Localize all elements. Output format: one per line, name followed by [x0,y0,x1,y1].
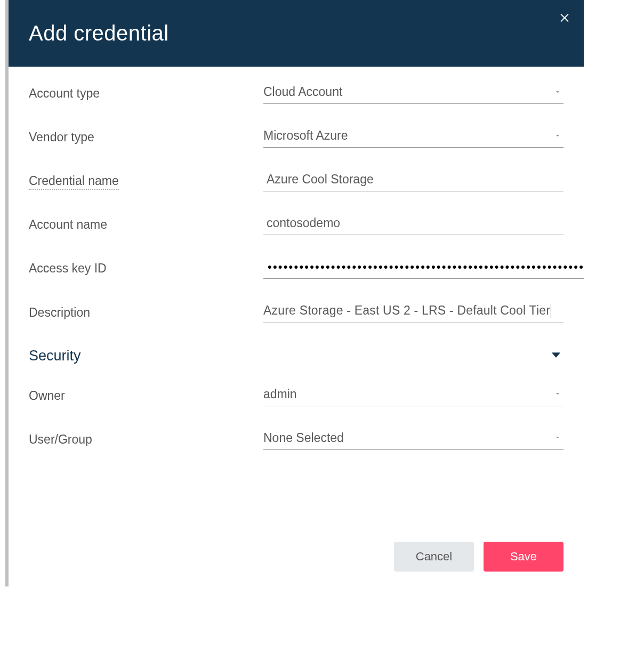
input-credential-name-value: Azure Cool Storage [263,172,564,187]
row-owner: Owner admin [29,387,564,406]
row-account-name: Account name contosodemo [29,216,564,235]
row-vendor-type: Vendor type Microsoft Azure [29,128,564,148]
section-security-title: Security [29,348,81,364]
modal-header: Add credential [9,0,584,67]
select-account-type[interactable]: Cloud Account [263,85,564,104]
chevron-down-icon [549,348,564,365]
label-owner: Owner [29,389,263,406]
modal-body: Account type Cloud Account Vendor type M… [9,67,584,542]
input-description[interactable]: Azure Storage - East US 2 - LRS - Defaul… [263,303,564,323]
input-access-key[interactable]: ••••••••••••••••••••••••••••••••••••••••… [263,260,584,279]
select-account-type-value: Cloud Account [263,85,564,99]
description-prefix: Azure Storage - East US 2 - [263,303,422,317]
select-owner-value: admin [263,387,564,401]
description-suffix: - Default Cool Tier [446,303,550,317]
input-account-name[interactable]: contosodemo [263,216,564,235]
cancel-button[interactable]: Cancel [394,542,474,572]
row-account-type: Account type Cloud Account [29,85,564,104]
label-vendor-type: Vendor type [29,130,263,148]
save-button[interactable]: Save [484,542,564,572]
close-button[interactable] [558,11,571,23]
text-cursor [551,304,551,318]
chevron-down-icon [554,88,561,98]
row-user-group: User/Group None Selected [29,431,564,450]
label-credential-name: Credential name [29,174,263,191]
chevron-down-icon [554,390,561,400]
description-spellcheck: LRS [422,303,446,317]
section-security-toggle[interactable]: Security [29,348,564,365]
input-access-key-value: ••••••••••••••••••••••••••••••••••••••••… [263,260,584,274]
label-user-group: User/Group [29,432,263,450]
select-user-group-value: None Selected [263,431,564,445]
input-credential-name[interactable]: Azure Cool Storage [263,172,564,191]
label-description: Description [29,306,263,323]
modal-footer: Cancel Save [9,542,584,586]
modal-title: Add credential [29,21,169,45]
chevron-down-icon [554,132,561,141]
input-account-name-value: contosodemo [263,216,564,230]
select-owner[interactable]: admin [263,387,564,406]
label-account-type: Account type [29,86,263,104]
label-credential-name-text: Credential name [29,174,119,190]
select-user-group[interactable]: None Selected [263,431,564,450]
row-access-key: Access key ID ••••••••••••••••••••••••••… [29,260,564,279]
add-credential-modal: Add credential Account type Cloud Accoun… [5,0,584,586]
label-account-name: Account name [29,218,263,235]
select-vendor-type-value: Microsoft Azure [263,128,564,143]
select-vendor-type[interactable]: Microsoft Azure [263,128,564,148]
close-icon [558,16,571,25]
row-credential-name: Credential name Azure Cool Storage [29,172,564,191]
chevron-down-icon [554,434,561,444]
input-description-value: Azure Storage - East US 2 - LRS - Defaul… [263,303,564,318]
row-description: Description Azure Storage - East US 2 - … [29,303,564,323]
label-access-key: Access key ID [29,261,263,279]
